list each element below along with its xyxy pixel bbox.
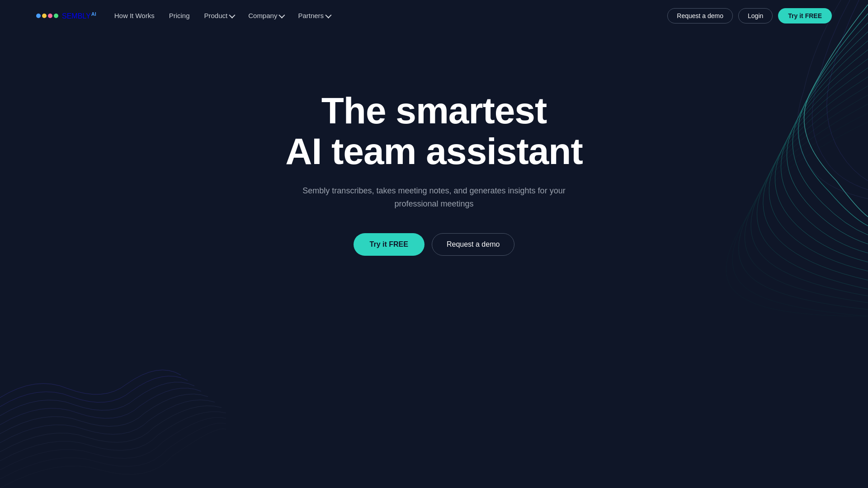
logo[interactable]: SEMBLYAI xyxy=(36,11,96,20)
request-demo-button[interactable]: Request a demo xyxy=(667,8,733,23)
hero-section: The smartest AI team assistant Sembly tr… xyxy=(0,32,868,256)
nav-item-partners[interactable]: Partners xyxy=(298,12,330,19)
bg-wave-left xyxy=(0,262,226,488)
partners-chevron-icon xyxy=(325,12,331,18)
logo-dot-pink xyxy=(48,14,52,18)
logo-dot-blue xyxy=(36,14,41,18)
nav-link-how-it-works[interactable]: How It Works xyxy=(114,12,155,19)
product-chevron-icon xyxy=(229,12,236,18)
logo-dot-yellow xyxy=(42,14,47,18)
hero-request-demo-button[interactable]: Request a demo xyxy=(432,233,514,256)
login-button[interactable]: Login xyxy=(738,8,773,23)
company-chevron-icon xyxy=(279,12,285,18)
nav-item-how-it-works[interactable]: How It Works xyxy=(114,12,155,20)
logo-dots xyxy=(36,14,58,18)
navbar: SEMBLYAI How It Works Pricing Product Co… xyxy=(0,0,868,32)
nav-link-company[interactable]: Company xyxy=(248,12,283,19)
nav-link-partners-label: Partners xyxy=(298,12,324,19)
hero-title-line1: The smartest xyxy=(321,90,547,131)
nav-link-pricing[interactable]: Pricing xyxy=(169,12,190,19)
nav-item-product[interactable]: Product xyxy=(204,12,234,19)
nav-link-product-label: Product xyxy=(204,12,228,19)
hero-title: The smartest AI team assistant xyxy=(285,90,583,172)
hero-title-line2: AI team assistant xyxy=(285,131,583,172)
nav-link-partners[interactable]: Partners xyxy=(298,12,330,19)
nav-left: SEMBLYAI How It Works Pricing Product Co… xyxy=(36,11,330,20)
hero-subtitle: Sembly transcribes, takes meeting notes,… xyxy=(287,184,581,211)
nav-right: Request a demo Login Try it FREE xyxy=(667,8,832,23)
hero-cta-buttons: Try it FREE Request a demo xyxy=(354,233,515,256)
nav-links: How It Works Pricing Product Company Pa xyxy=(114,12,330,20)
nav-link-product[interactable]: Product xyxy=(204,12,234,19)
logo-dot-green xyxy=(54,14,58,18)
nav-item-company[interactable]: Company xyxy=(248,12,283,19)
nav-item-pricing[interactable]: Pricing xyxy=(169,12,190,20)
try-free-button-nav[interactable]: Try it FREE xyxy=(778,8,832,23)
logo-text: SEMBLYAI xyxy=(62,11,96,20)
logo-ai-suffix: AI xyxy=(91,11,96,17)
logo-brand-name: SEMBLY xyxy=(62,12,91,20)
nav-link-company-label: Company xyxy=(248,12,277,19)
hero-try-free-button[interactable]: Try it FREE xyxy=(354,233,425,256)
